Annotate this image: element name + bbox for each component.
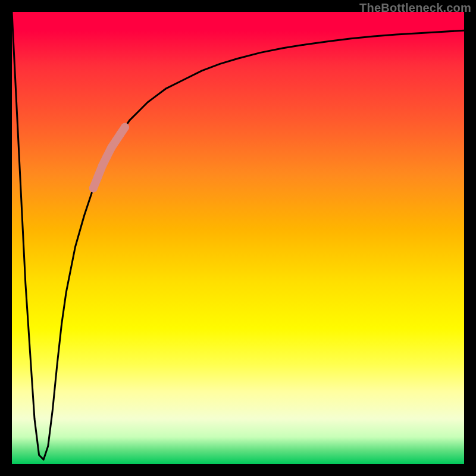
highlight-dot [93,173,102,181]
chart-frame: TheBottleneck.com [0,0,476,476]
watermark-text: TheBottleneck.com [359,1,471,15]
highlight-dot [107,143,115,152]
highlight-dot [116,130,124,138]
highlight-segment [89,123,129,193]
highlight-dot [121,123,129,131]
highlight-dot [98,161,107,170]
bottleneck-curve [12,12,464,459]
highlight-dot [89,184,98,192]
chart-svg [12,12,464,464]
highlight-dot [103,152,111,161]
highlight-dot [112,137,120,145]
